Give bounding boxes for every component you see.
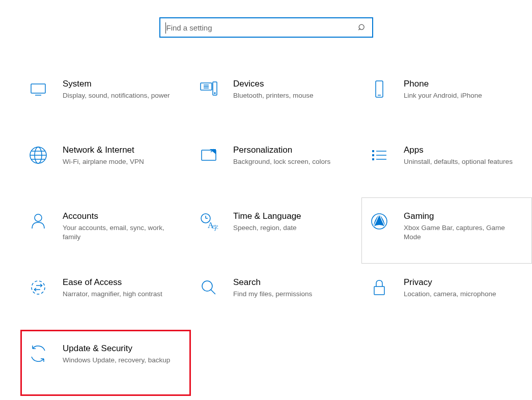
- tile-network[interactable]: Network & InternetWi-Fi, airplane mode, …: [20, 131, 191, 197]
- tile-title: Devices: [233, 79, 314, 89]
- tile-desc: Wi-Fi, airplane mode, VPN: [63, 157, 144, 166]
- tile-desc: Speech, region, date: [233, 223, 301, 233]
- search-icon[interactable]: [357, 22, 367, 33]
- tile-update-security[interactable]: Update & SecurityWindows Update, recover…: [20, 330, 191, 396]
- apps-icon: [369, 145, 389, 165]
- tile-desc: Your accounts, email, sync, work, family: [63, 223, 180, 242]
- tile-title: Phone: [404, 79, 482, 89]
- tile-search[interactable]: SearchFind my files, permissions: [191, 264, 361, 330]
- tile-apps[interactable]: AppsUninstall, defaults, optional featur…: [361, 131, 532, 197]
- tile-desc: Link your Android, iPhone: [404, 91, 482, 100]
- privacy-icon: [369, 277, 389, 298]
- tile-desc: Find my files, permissions: [233, 290, 312, 299]
- tile-title: Privacy: [404, 277, 496, 288]
- search-icon: [199, 277, 219, 298]
- tile-title: Apps: [404, 145, 513, 155]
- tile-desc: Location, camera, microphone: [404, 290, 496, 299]
- tile-ease-of-access[interactable]: Ease of AccessNarrator, magnifier, high …: [20, 264, 191, 330]
- tile-title: Ease of Access: [63, 277, 162, 288]
- tile-desc: Narrator, magnifier, high contrast: [63, 290, 162, 299]
- search-input[interactable]: [165, 23, 357, 33]
- tile-desc: Uninstall, defaults, optional features: [404, 157, 513, 166]
- tile-system[interactable]: SystemDisplay, sound, notifications, pow…: [20, 65, 191, 131]
- accounts-icon: [28, 211, 48, 232]
- tile-privacy[interactable]: PrivacyLocation, camera, microphone: [361, 264, 532, 330]
- personalization-icon: [199, 145, 219, 165]
- time-language-icon: [199, 211, 219, 232]
- tile-desc: Bluetooth, printers, mouse: [233, 91, 314, 100]
- phone-icon: [369, 79, 389, 99]
- tile-gaming[interactable]: GamingXbox Game Bar, captures, Game Mode: [361, 197, 532, 264]
- tile-title: System: [63, 79, 170, 89]
- ease-of-access-icon: [28, 277, 48, 298]
- tile-phone[interactable]: PhoneLink your Android, iPhone: [361, 65, 532, 131]
- search-box[interactable]: [159, 17, 373, 38]
- tile-desc: Background, lock screen, colors: [233, 157, 330, 166]
- tile-title: Update & Security: [63, 344, 170, 354]
- tile-accounts[interactable]: AccountsYour accounts, email, sync, work…: [20, 197, 191, 264]
- system-icon: [28, 79, 48, 99]
- gaming-icon: [369, 211, 389, 232]
- text-cursor: [165, 22, 166, 34]
- tile-personalization[interactable]: PersonalizationBackground, lock screen, …: [191, 131, 361, 197]
- tile-title: Personalization: [233, 145, 330, 155]
- tile-desc: Xbox Game Bar, captures, Game Mode: [404, 223, 521, 242]
- tile-title: Accounts: [63, 211, 180, 221]
- tile-title: Network & Internet: [63, 145, 144, 155]
- tile-title: Search: [233, 277, 312, 288]
- tile-title: Gaming: [404, 211, 521, 221]
- tile-time-language[interactable]: Time & LanguageSpeech, region, date: [191, 197, 361, 264]
- network-icon: [28, 145, 48, 165]
- tile-desc: Windows Update, recovery, backup: [63, 356, 170, 365]
- tile-title: Time & Language: [233, 211, 301, 221]
- tile-desc: Display, sound, notifications, power: [63, 91, 170, 100]
- update-security-icon: [28, 344, 48, 364]
- devices-icon: [199, 79, 219, 99]
- tile-devices[interactable]: DevicesBluetooth, printers, mouse: [191, 65, 361, 131]
